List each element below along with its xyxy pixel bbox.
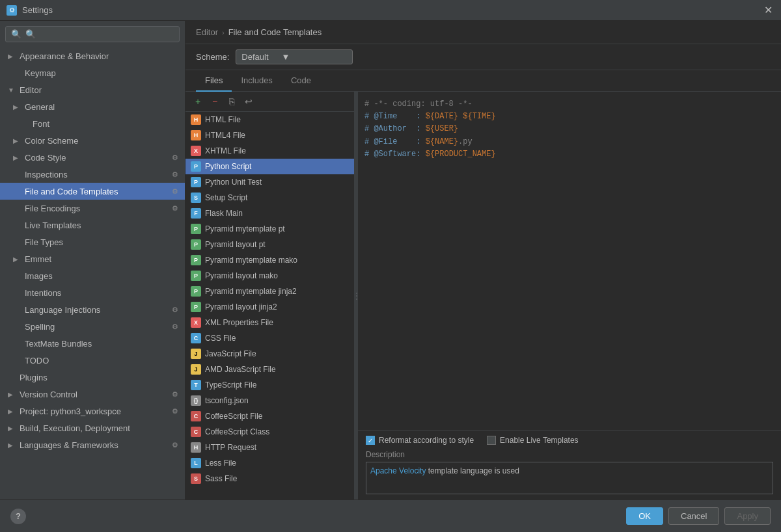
search-box[interactable]: 🔍	[5, 26, 180, 42]
file-type-icon: J	[191, 349, 201, 359]
list-item[interactable]: XXML Properties File	[185, 315, 354, 330]
tab-files[interactable]: Files	[196, 70, 232, 92]
list-item[interactable]: LLess File	[185, 455, 354, 471]
help-button[interactable]: ?	[10, 509, 26, 524]
sidebar-item-images[interactable]: Images	[0, 267, 185, 284]
list-item[interactable]: CCoffeeScript File	[185, 408, 354, 424]
sidebar-item-project[interactable]: ▶Project: python3_workspce⚙	[0, 403, 185, 419]
sidebar-item-keymap[interactable]: Keymap	[0, 64, 185, 81]
tab-includes[interactable]: Includes	[232, 70, 281, 92]
code-line: # @Time : ${DATE} ${TIME}	[364, 111, 774, 123]
title-bar: ⚙ Settings ✕	[0, 0, 781, 21]
sidebar-item-textmate-bundles[interactable]: TextMate Bundles	[0, 335, 185, 352]
reformat-checkbox[interactable]	[366, 436, 375, 445]
list-item[interactable]: SSass File	[185, 471, 354, 486]
tabs-row: FilesIncludesCode	[185, 70, 781, 92]
expand-arrow-icon: ▶	[8, 408, 16, 415]
bottom-bar: ? OK Cancel Apply	[0, 499, 781, 532]
code-options: Reformat according to style Enable Live …	[358, 430, 781, 450]
sidebar-item-label: Version Control	[20, 390, 167, 399]
sidebar-item-font[interactable]: Font	[0, 115, 185, 132]
cancel-button[interactable]: Cancel	[668, 507, 719, 525]
list-item[interactable]: HHTTP Request	[185, 440, 354, 455]
live-templates-checkbox[interactable]	[487, 436, 496, 445]
scheme-select[interactable]: Default ▼	[236, 49, 353, 64]
sidebar-item-build[interactable]: ▶Build, Execution, Deployment	[0, 419, 185, 436]
expand-arrow-icon: ▶	[13, 103, 21, 111]
breadcrumb: Editor › File and Code Templates	[185, 21, 781, 44]
list-item[interactable]: XXHTML File	[185, 143, 354, 159]
list-item[interactable]: HHTML File	[185, 112, 354, 127]
copy-template-button[interactable]: ⎘	[225, 94, 239, 109]
list-item[interactable]: PPython Script	[185, 159, 354, 174]
sidebar-item-appearance[interactable]: ▶Appearance & Behavior	[0, 47, 185, 64]
sidebar-item-label: File and Code Templates	[25, 187, 167, 196]
list-item[interactable]: CCoffeeScript Class	[185, 424, 354, 440]
list-item[interactable]: SSetup Script	[185, 190, 354, 206]
sidebar-item-intentions[interactable]: Intentions	[0, 284, 185, 301]
settings-badge-icon: ⚙	[171, 406, 180, 416]
sidebar-item-todo[interactable]: TODO	[0, 352, 185, 369]
file-name-label: Pyramid mytemplate mako	[205, 256, 297, 265]
file-type-icon: P	[191, 161, 201, 172]
split-panel: + − ⎘ ↩ HHTML FileHHTML4 FileXXHTML File…	[185, 92, 781, 499]
apache-velocity-link[interactable]: Apache Velocity	[370, 466, 426, 475]
list-item[interactable]: HHTML4 File	[185, 127, 354, 143]
list-item[interactable]: PPyramid mytemplate mako	[185, 252, 354, 268]
sidebar-item-label: Appearance & Behavior	[20, 51, 180, 61]
list-item[interactable]: JAMD JavaScript File	[185, 362, 354, 377]
file-name-label: Pyramid layout pt	[205, 240, 266, 249]
remove-template-button[interactable]: −	[208, 94, 222, 109]
sidebar-item-spelling[interactable]: Spelling⚙	[0, 318, 185, 335]
sidebar-item-file-encodings[interactable]: File Encodings⚙	[0, 200, 185, 217]
sidebar-item-label: Spelling	[25, 322, 167, 332]
description-box: Apache Velocity template language is use…	[366, 462, 773, 494]
list-item[interactable]: TTypeScript File	[185, 377, 354, 393]
list-item[interactable]: PPyramid layout pt	[185, 237, 354, 252]
template-variable: ${TIME}	[463, 112, 495, 121]
ok-button[interactable]: OK	[626, 507, 663, 525]
add-template-button[interactable]: +	[191, 94, 205, 109]
list-item[interactable]: FFlask Main	[185, 206, 354, 221]
list-item[interactable]: PPyramid layout jinja2	[185, 299, 354, 315]
sidebar-item-emmet[interactable]: ▶Emmet	[0, 250, 185, 267]
list-item[interactable]: PPyramid mytemplate pt	[185, 221, 354, 237]
code-line: # @File : ${NAME}.py	[364, 136, 774, 148]
close-button[interactable]: ✕	[761, 4, 774, 17]
settings-badge-icon: ⚙	[171, 204, 180, 213]
sidebar-item-language-injections[interactable]: Language Injections⚙	[0, 301, 185, 318]
expand-arrow-icon: ▶	[8, 442, 16, 449]
reset-template-button[interactable]: ↩	[241, 94, 256, 109]
list-item[interactable]: PPyramid mytemplate jinja2	[185, 284, 354, 299]
search-input[interactable]	[25, 29, 174, 39]
settings-badge-icon: ⚙	[171, 305, 180, 314]
sidebar-item-label: Code Style	[25, 153, 167, 163]
settings-badge-icon: ⚙	[171, 153, 180, 162]
sidebar-item-plugins[interactable]: Plugins	[0, 369, 185, 386]
file-name-label: Sass File	[205, 474, 237, 483]
list-item[interactable]: CCSS File	[185, 330, 354, 346]
sidebar-item-label: General	[25, 102, 180, 112]
list-item[interactable]: PPyramid layout mako	[185, 268, 354, 284]
sidebar-item-editor[interactable]: ▼Editor	[0, 81, 185, 98]
sidebar-item-file-and-code-templates[interactable]: File and Code Templates⚙	[0, 183, 185, 200]
list-item[interactable]: {}tsconfig.json	[185, 393, 354, 408]
sidebar-item-color-scheme[interactable]: ▶Color Scheme	[0, 132, 185, 149]
sidebar-item-languages[interactable]: ▶Languages & Frameworks⚙	[0, 436, 185, 453]
list-item[interactable]: JJavaScript File	[185, 346, 354, 362]
sidebar-item-file-types[interactable]: File Types	[0, 233, 185, 250]
tab-code[interactable]: Code	[282, 70, 320, 92]
search-icon: 🔍	[11, 29, 21, 39]
sidebar-item-code-style[interactable]: ▶Code Style⚙	[0, 149, 185, 166]
list-item[interactable]: PPython Unit Test	[185, 174, 354, 190]
apply-button[interactable]: Apply	[724, 507, 771, 525]
reformat-checkbox-row: Reformat according to style	[366, 436, 474, 445]
sidebar-item-version-control[interactable]: ▶Version Control⚙	[0, 386, 185, 403]
sidebar-item-inspections[interactable]: Inspections⚙	[0, 166, 185, 183]
sidebar-item-label: Images	[25, 271, 180, 281]
expand-arrow-icon: ▶	[13, 154, 21, 161]
code-line: # @Software: ${PRODUCT_NAME}	[364, 148, 774, 161]
sidebar-item-general[interactable]: ▶General	[0, 98, 185, 115]
sidebar-item-live-templates[interactable]: Live Templates	[0, 217, 185, 233]
code-editor[interactable]: # -*- coding: utf-8 -*-# @Time : ${DATE}…	[358, 92, 781, 430]
